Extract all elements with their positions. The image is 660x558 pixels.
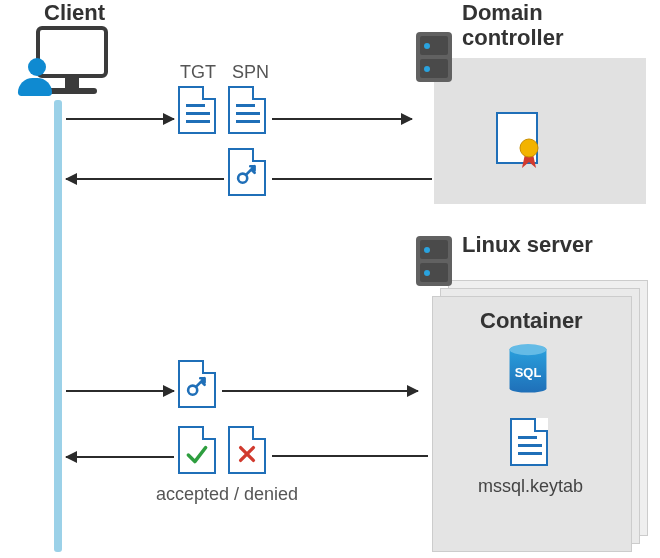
arrow-dc-to-client bbox=[66, 178, 224, 180]
linux-server-label: Linux server bbox=[462, 232, 593, 258]
arrow-docs-to-dc bbox=[272, 118, 412, 120]
domain-controller-server-icon bbox=[416, 32, 452, 82]
arrow-linux-to-client bbox=[66, 456, 174, 458]
arrow-linux-to-docs-segment bbox=[272, 455, 428, 457]
tgt-label: TGT bbox=[180, 62, 216, 83]
svg-point-2 bbox=[510, 344, 547, 355]
arrow-key2-to-linux bbox=[222, 390, 418, 392]
denied-doc-icon bbox=[228, 426, 266, 474]
spn-doc-icon bbox=[228, 86, 266, 134]
check-icon bbox=[184, 441, 210, 467]
domain-controller-label: Domain controller bbox=[462, 0, 563, 51]
service-ticket-key-icon bbox=[228, 148, 266, 196]
domain-controller-label-l1: Domain bbox=[462, 0, 543, 25]
client-lifeline bbox=[54, 100, 62, 552]
linux-server-icon bbox=[416, 236, 452, 286]
sql-database-icon: SQL bbox=[504, 340, 552, 398]
user-icon bbox=[18, 58, 56, 96]
arrow-client-to-docs-1 bbox=[66, 118, 174, 120]
tgt-doc-icon bbox=[178, 86, 216, 134]
container-label: Container bbox=[480, 308, 583, 334]
sql-badge-text: SQL bbox=[515, 365, 542, 380]
spn-label: SPN bbox=[232, 62, 269, 83]
key-icon bbox=[234, 163, 260, 189]
accepted-doc-icon bbox=[178, 426, 216, 474]
certificate-icon bbox=[496, 112, 538, 164]
keytab-filename: mssql.keytab bbox=[478, 476, 583, 497]
client-label: Client bbox=[44, 0, 105, 26]
arrow-dc-to-doc bbox=[272, 178, 432, 180]
domain-controller-label-l2: controller bbox=[462, 25, 563, 50]
service-ticket-key-icon-2 bbox=[178, 360, 216, 408]
arrow-client-to-key2 bbox=[66, 390, 174, 392]
domain-controller-panel bbox=[434, 58, 646, 204]
keytab-doc-icon bbox=[510, 418, 548, 466]
cross-icon bbox=[236, 443, 258, 465]
accepted-denied-label: accepted / denied bbox=[156, 484, 298, 505]
svg-point-0 bbox=[520, 139, 538, 157]
key-icon bbox=[184, 375, 210, 401]
